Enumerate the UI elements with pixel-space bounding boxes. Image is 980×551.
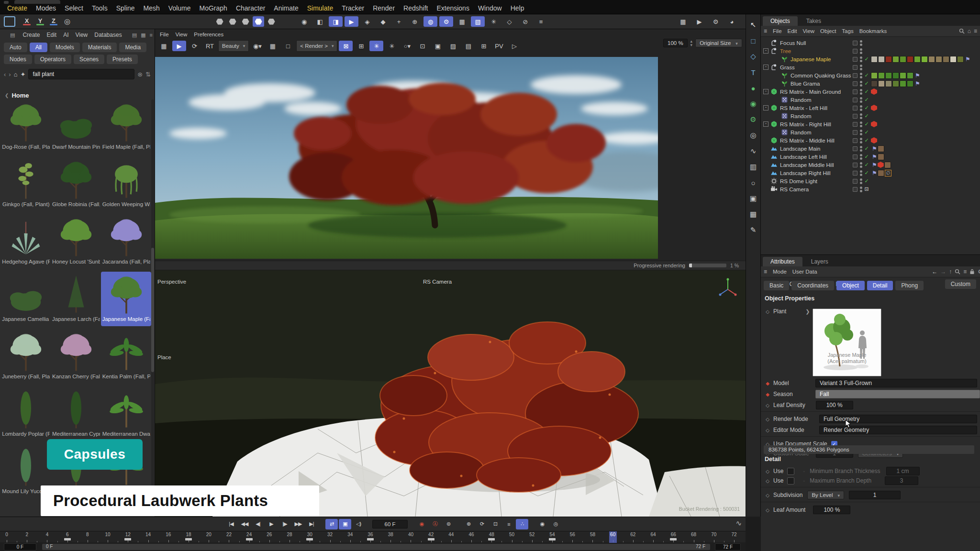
param-diamond[interactable]: ◇ xyxy=(765,309,770,314)
tool-icon-1[interactable]: ◉ xyxy=(297,16,311,27)
key-parameter-button[interactable]: ≡ xyxy=(502,519,515,529)
material-swatch[interactable] xyxy=(892,56,899,63)
enable-check[interactable]: ✓ xyxy=(862,145,871,152)
tool-icon-13[interactable]: ✳ xyxy=(487,16,501,27)
camera-label[interactable]: RS Camera xyxy=(423,279,452,285)
object-row[interactable]: Blue Grama ✓ ⚑ xyxy=(761,79,980,88)
object-menu-item[interactable]: Bookmarks xyxy=(857,28,890,34)
asset-item[interactable]: Field Maple (Fall, Plant) xyxy=(101,99,151,154)
refresh-icon[interactable]: ⟳ xyxy=(188,41,201,51)
material-swatch[interactable] xyxy=(885,56,892,63)
preview-range-button[interactable]: ▣ xyxy=(339,519,351,529)
render-active-button[interactable]: ◎ xyxy=(549,519,562,529)
section-header[interactable]: ❮ Home xyxy=(0,81,155,99)
object-row[interactable]: Tree xyxy=(761,47,980,55)
object-menu-item[interactable]: Object xyxy=(817,28,839,34)
range-start-field[interactable]: 0 F xyxy=(4,543,36,551)
asset-menu-item[interactable]: Create xyxy=(19,31,43,39)
asset-item[interactable]: Honey Locust 'Sunbur... xyxy=(51,214,101,269)
transform-tool-icon[interactable]: ↖ xyxy=(747,19,759,31)
grid-icon[interactable]: ⊞ xyxy=(354,41,368,51)
capsule-hex-3[interactable] xyxy=(240,16,251,27)
solo-button[interactable]: ◉ xyxy=(536,519,548,529)
prev-frame-button[interactable]: ◀| xyxy=(252,519,264,529)
layer-chip[interactable] xyxy=(853,81,858,86)
menu-item[interactable]: Mesh xyxy=(139,2,164,14)
keyframe-marker[interactable] xyxy=(124,538,131,540)
object-row[interactable]: RS Matrix - Left Hill ✓ xyxy=(761,104,980,112)
object-row[interactable]: Landscape Middle Hill ✓ ⚑ xyxy=(761,161,980,169)
layer-chip[interactable] xyxy=(853,89,858,94)
hamburger-icon[interactable]: ≡ xyxy=(764,268,767,275)
enable-check[interactable]: ✓ xyxy=(862,154,871,160)
gear-icon[interactable]: ⚙ xyxy=(978,268,980,275)
object-row[interactable]: Random ✓ xyxy=(761,112,980,120)
camera-tool-icon[interactable]: ▣ xyxy=(747,193,759,204)
panel-menu-icon[interactable]: ≡ xyxy=(148,32,155,38)
forward-icon[interactable]: → xyxy=(940,268,946,275)
asset-item[interactable]: Japanese Larch (Fall, Pl... xyxy=(51,272,101,326)
expand-toggle[interactable] xyxy=(763,65,768,70)
spline-icon[interactable]: ∿ xyxy=(747,145,759,157)
material-swatch[interactable] xyxy=(878,80,885,87)
sound-button[interactable]: ◁) xyxy=(352,519,365,529)
key-pla-button[interactable]: ∴ xyxy=(516,519,528,529)
pass-dropdown[interactable]: Beauty xyxy=(218,40,249,52)
render-view-menu-item[interactable]: View xyxy=(173,31,190,38)
season-dropdown[interactable]: Fall xyxy=(815,390,980,398)
keyframe-marker[interactable] xyxy=(670,538,677,540)
object-menu-item[interactable]: File xyxy=(770,28,785,34)
material-swatch[interactable] xyxy=(871,56,878,63)
subdivision-mode-dropdown[interactable]: By Level xyxy=(807,491,844,499)
up-icon[interactable]: ↑ xyxy=(949,268,952,275)
zoom-stepper[interactable]: ▴▾ xyxy=(690,39,693,47)
object-row[interactable]: Japanese Maple ✓ ⚑ xyxy=(761,55,980,63)
attribute-tab-chip[interactable]: Basic xyxy=(764,281,789,290)
asset-item[interactable]: Jacaranda (Fall, Plant) xyxy=(101,214,151,269)
tool-icon-5[interactable]: ◈ xyxy=(360,16,374,27)
material-swatch[interactable] xyxy=(943,56,949,63)
param-diamond[interactable]: ◇ xyxy=(765,417,770,422)
asset-item[interactable]: Ginkgo (Fall, Plant) xyxy=(1,157,51,211)
key-rotation-button[interactable]: ⟳ xyxy=(476,519,488,529)
search-icon[interactable] xyxy=(959,28,965,34)
keyframe-marker[interactable] xyxy=(428,538,434,540)
menu-item[interactable]: Help xyxy=(506,2,529,14)
keyframe-settings-button[interactable]: ⊚ xyxy=(442,519,455,529)
material-swatch[interactable] xyxy=(907,80,913,87)
enable-check[interactable]: ✓ xyxy=(862,137,871,143)
home-icon[interactable]: ⌂ xyxy=(14,71,18,78)
keyframe-marker[interactable] xyxy=(64,538,71,540)
asset-item[interactable]: Golden Weeping Willo... xyxy=(101,157,151,211)
material-swatch[interactable] xyxy=(900,80,906,87)
use-min-branch-checkbox[interactable]: ✓ xyxy=(787,468,794,475)
hamburger-icon[interactable]: ≡ xyxy=(764,28,767,34)
menu-item[interactable]: Window xyxy=(474,2,506,14)
param-diamond[interactable]: ◇ xyxy=(765,469,770,474)
panel-tab[interactable]: Attributes xyxy=(763,257,802,266)
material-swatch[interactable] xyxy=(907,72,913,79)
enable-check[interactable]: ✓ xyxy=(862,72,871,78)
tool-icon-11[interactable]: ▦ xyxy=(455,16,469,27)
zoom-field[interactable]: 100 % xyxy=(663,39,688,47)
render-preset-dropdown[interactable]: < Render > xyxy=(296,40,337,52)
material-swatch[interactable] xyxy=(878,154,884,160)
expand-arrow-icon[interactable]: ❯ xyxy=(805,309,810,315)
subdivision-field[interactable]: 1 xyxy=(849,491,901,499)
render-picture-viewer-button[interactable]: ▶ xyxy=(692,16,706,27)
layer-chip[interactable] xyxy=(853,49,858,54)
filter-chip[interactable]: Auto xyxy=(4,43,27,52)
tool-icon-9[interactable]: ◍ xyxy=(423,16,437,27)
object-menu-item[interactable]: Edit xyxy=(785,28,800,34)
param-diamond[interactable]: ◇ xyxy=(765,403,770,408)
tool-icon-14[interactable]: ◇ xyxy=(502,16,516,27)
visibility-dots[interactable] xyxy=(860,40,862,46)
redshift-tag[interactable] xyxy=(871,137,877,143)
render-icon[interactable]: ▦ xyxy=(157,41,171,51)
layer-chip[interactable] xyxy=(853,73,858,78)
layout-grid-icon[interactable]: ▤ xyxy=(130,32,139,38)
axis-lock-button[interactable]: Z xyxy=(48,18,59,25)
redshift-tag[interactable] xyxy=(878,162,884,168)
flag-tag[interactable]: ⚑ xyxy=(872,170,877,176)
material-swatch[interactable] xyxy=(892,80,899,87)
